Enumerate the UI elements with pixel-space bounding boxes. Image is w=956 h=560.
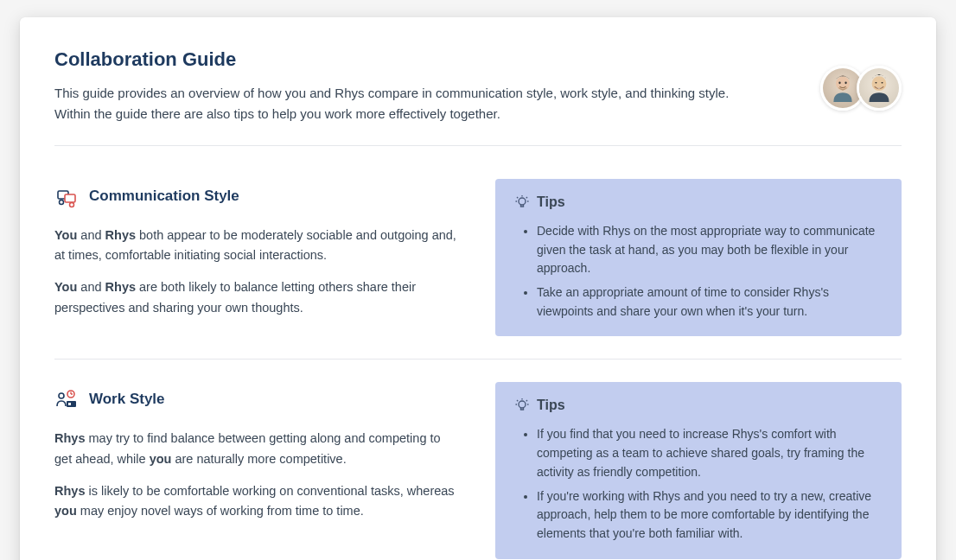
tip-item: If you're working with Rhys and you need… bbox=[537, 487, 883, 544]
paragraph: Rhys may try to find balance between get… bbox=[54, 429, 461, 468]
section-title: Communication Style bbox=[89, 188, 239, 205]
avatar-rhys bbox=[857, 66, 902, 111]
paragraph: You and Rhys both appear to be moderatel… bbox=[54, 226, 461, 265]
svg-rect-9 bbox=[65, 194, 75, 202]
section-title-row: Work Style bbox=[54, 387, 461, 411]
section-left: Work Style Rhys may try to find balance … bbox=[54, 382, 461, 558]
lightbulb-icon bbox=[514, 194, 530, 210]
bold-text: Rhys bbox=[54, 431, 85, 445]
bold-text: You bbox=[54, 228, 77, 242]
svg-point-7 bbox=[881, 82, 883, 83]
svg-point-1 bbox=[836, 77, 850, 91]
header: Collaboration Guide This guide provides … bbox=[54, 48, 902, 146]
section-communication-style: Communication Style You and Rhys both ap… bbox=[54, 167, 902, 359]
page-subtitle: This guide provides an overview of how y… bbox=[54, 83, 763, 124]
bold-text: you bbox=[54, 504, 77, 518]
svg-point-10 bbox=[60, 200, 64, 205]
svg-line-15 bbox=[526, 197, 527, 198]
svg-point-3 bbox=[844, 81, 846, 84]
tip-item: Decide with Rhys on the most appropriate… bbox=[537, 222, 883, 278]
tips-header: Tips bbox=[514, 398, 883, 413]
tip-item: If you find that you need to increase Rh… bbox=[537, 425, 883, 481]
paragraph: Rhys is likely to be comfortable working… bbox=[54, 481, 461, 521]
svg-point-18 bbox=[59, 393, 64, 398]
text: is likely to be comfortable working on c… bbox=[85, 484, 454, 498]
svg-line-14 bbox=[517, 197, 518, 198]
tips-list: If you find that you need to increase Rh… bbox=[514, 425, 883, 543]
tips-box: Tips Decide with Rhys on the most approp… bbox=[495, 179, 902, 336]
tips-list: Decide with Rhys on the most appropriate… bbox=[514, 222, 883, 321]
section-work-style: Work Style Rhys may try to find balance … bbox=[54, 359, 902, 560]
text: are naturally more competitive. bbox=[171, 452, 346, 466]
lightbulb-icon bbox=[514, 398, 530, 413]
collaboration-guide-card: Collaboration Guide This guide provides … bbox=[20, 17, 936, 560]
section-title-row: Communication Style bbox=[54, 184, 461, 208]
text: and bbox=[77, 280, 105, 294]
bold-text: you bbox=[150, 452, 172, 466]
svg-rect-23 bbox=[68, 403, 71, 405]
communication-icon bbox=[54, 184, 79, 208]
bold-text: Rhys bbox=[105, 228, 136, 242]
svg-point-11 bbox=[70, 203, 74, 207]
bold-text: Rhys bbox=[105, 280, 136, 294]
text: and bbox=[77, 228, 105, 242]
bold-text: You bbox=[54, 280, 77, 294]
tip-item: Take an appropriate amount of time to co… bbox=[537, 283, 883, 321]
svg-point-2 bbox=[838, 81, 840, 84]
svg-line-27 bbox=[526, 400, 527, 401]
paragraph: You and Rhys are both likely to balance … bbox=[54, 277, 461, 317]
svg-rect-22 bbox=[67, 401, 76, 407]
tips-label: Tips bbox=[537, 194, 565, 210]
tips-box: Tips If you find that you need to increa… bbox=[495, 382, 902, 558]
svg-line-26 bbox=[517, 400, 518, 401]
svg-point-24 bbox=[519, 401, 526, 408]
section-right: Tips Decide with Rhys on the most approp… bbox=[495, 179, 902, 336]
bold-text: Rhys bbox=[54, 484, 85, 498]
section-title: Work Style bbox=[89, 391, 165, 408]
tips-label: Tips bbox=[537, 398, 565, 413]
svg-point-12 bbox=[519, 198, 526, 205]
text: may enjoy novel ways of working from tim… bbox=[77, 504, 364, 518]
section-left: Communication Style You and Rhys both ap… bbox=[54, 179, 461, 336]
svg-point-6 bbox=[875, 82, 876, 83]
avatars bbox=[820, 66, 902, 111]
work-style-icon bbox=[54, 387, 79, 411]
page-title: Collaboration Guide bbox=[54, 48, 902, 71]
section-right: Tips If you find that you need to increa… bbox=[495, 382, 902, 558]
tips-header: Tips bbox=[514, 194, 883, 210]
